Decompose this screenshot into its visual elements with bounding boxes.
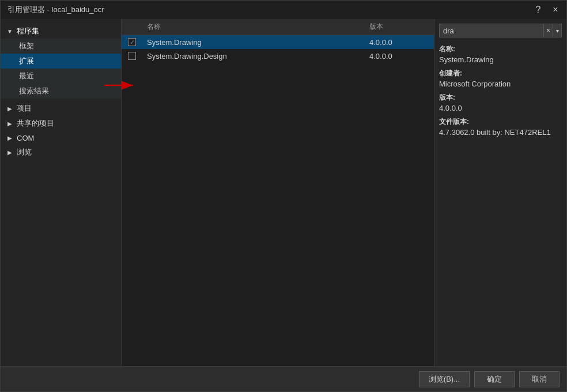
sidebar-item-com[interactable]: ▶ COM (1, 131, 121, 145)
sidebar-label-com: COM (17, 134, 34, 142)
detail-panel: × ▾ 名称: System.Drawing 创建者: Microsoft Co… (434, 19, 566, 366)
expand-arrow-projects-icon: ▶ (5, 104, 14, 113)
search-input[interactable] (439, 24, 544, 37)
row-version-2: 4.0.0.0 (365, 52, 434, 61)
detail-file-version-label: 文件版本: (439, 117, 562, 127)
sidebar-item-extensions[interactable]: 扩展 (1, 54, 121, 69)
expand-arrow-com-icon: ▶ (5, 133, 14, 142)
browse-button[interactable]: 浏览(B)... (419, 371, 470, 387)
row-version-1: 4.0.0.0 (365, 38, 434, 47)
detail-creator-value: Microsoft Corporation (439, 80, 562, 88)
title-controls: ? × (532, 3, 562, 16)
cancel-button[interactable]: 取消 (519, 371, 560, 387)
body-row: ▼ 程序集 框架 扩展 最近 搜索结果 (1, 19, 566, 366)
window-title: 引用管理器 - local_baidu_ocr (7, 5, 104, 15)
col-header-version: 版本 (365, 22, 434, 32)
sidebar-item-search-results[interactable]: 搜索结果 (1, 84, 121, 99)
search-clear-button[interactable]: × (544, 24, 553, 37)
sidebar: ▼ 程序集 框架 扩展 最近 搜索结果 (1, 19, 122, 366)
sidebar-item-recent[interactable]: 最近 (1, 69, 121, 84)
row-checkbox-1[interactable] (122, 38, 142, 46)
main-window: 引用管理器 - local_baidu_ocr ? × ▼ 程序集 框架 (0, 0, 567, 392)
footer: 浏览(B)... 确定 取消 (1, 366, 566, 391)
expand-arrow-browse-icon: ▶ (5, 148, 14, 157)
sidebar-group-label-assemblies: 程序集 (17, 26, 39, 36)
row-checkbox-2[interactable] (122, 52, 142, 60)
search-row: × ▾ (439, 24, 562, 37)
sidebar-label-projects: 项目 (17, 103, 32, 114)
row-name-2: System.Drawing.Design (142, 52, 365, 61)
detail-name-value: System.Drawing (439, 55, 562, 64)
expand-arrow-shared-icon: ▶ (5, 119, 14, 128)
col-header-name: 名称 (142, 22, 365, 32)
table-body: System.Drawing 4.0.0.0 System.Drawing.De… (122, 35, 434, 366)
table-header: 名称 版本 (122, 19, 434, 35)
sidebar-item-browse[interactable]: ▶ 浏览 (1, 145, 121, 160)
detail-version-value: 4.0.0.0 (439, 104, 562, 112)
checkbox-icon (128, 52, 136, 60)
close-button[interactable]: × (549, 3, 562, 16)
sidebar-item-framework[interactable]: 框架 (1, 39, 121, 54)
search-dropdown-button[interactable]: ▾ (553, 24, 562, 37)
ok-button[interactable]: 确定 (474, 371, 515, 387)
detail-creator-label: 创建者: (439, 69, 562, 78)
row-name-1: System.Drawing (142, 38, 365, 47)
sidebar-label-shared: 共享的项目 (17, 118, 54, 129)
expand-arrow-icon: ▼ (5, 27, 14, 36)
sidebar-group-children-assemblies: 框架 扩展 最近 搜索结果 (1, 39, 121, 99)
title-bar: 引用管理器 - local_baidu_ocr ? × (1, 1, 566, 19)
sidebar-group-header-assemblies[interactable]: ▼ 程序集 (1, 24, 121, 39)
sidebar-item-shared[interactable]: ▶ 共享的项目 (1, 116, 121, 131)
help-button[interactable]: ? (532, 3, 545, 16)
checkbox-icon (128, 38, 136, 46)
table-row[interactable]: System.Drawing.Design 4.0.0.0 (122, 49, 434, 63)
content-area: ▼ 程序集 框架 扩展 最近 搜索结果 (1, 19, 566, 366)
detail-version-label: 版本: (439, 93, 562, 103)
sidebar-group-assemblies: ▼ 程序集 框架 扩展 最近 搜索结果 (1, 24, 121, 99)
table-row[interactable]: System.Drawing 4.0.0.0 (122, 35, 434, 49)
sidebar-item-projects[interactable]: ▶ 项目 (1, 101, 121, 116)
detail-file-version-value: 4.7.3062.0 built by: NET472REL1 (439, 128, 562, 137)
detail-name-label: 名称: (439, 44, 562, 54)
main-panel: 名称 版本 System.Drawing 4.0.0.0 (122, 19, 434, 366)
sidebar-label-browse: 浏览 (17, 147, 32, 157)
